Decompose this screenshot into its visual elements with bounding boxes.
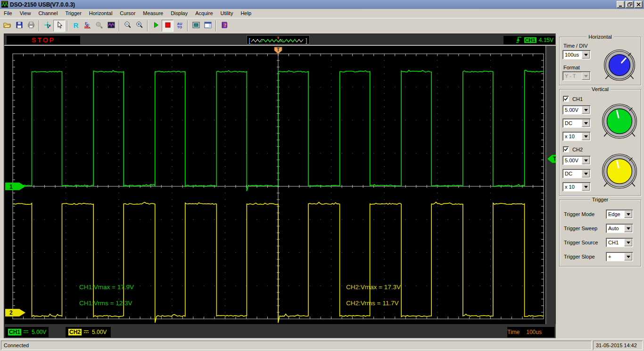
close-button[interactable]	[635, 1, 643, 8]
format-label: Format	[563, 65, 580, 70]
svg-text:2: 2	[9, 309, 13, 316]
svg-text:T: T	[553, 156, 556, 162]
start-button[interactable]	[150, 20, 162, 32]
time-div-select[interactable]: 100us	[562, 50, 591, 59]
ch1-readout: CH1 5.00V	[5, 327, 49, 337]
menu-bar: FileViewChannelTriggerHorizontalCursorMe…	[0, 9, 644, 18]
run-state-text: STOP	[32, 36, 55, 44]
waveform-view-button[interactable]	[105, 20, 117, 32]
time-value: 100us	[526, 329, 542, 335]
svg-text:R: R	[73, 21, 78, 29]
svg-text:TO: TO	[177, 25, 182, 29]
fft-button[interactable]: FF	[82, 20, 93, 32]
ch1-enable-checkbox[interactable]	[563, 96, 569, 102]
dropdown-arrow[interactable]	[582, 157, 590, 164]
vertical-group: Vertical CH1 5.00V DC x 10 CH2 5.00V	[559, 89, 641, 196]
random-acquire-button[interactable]	[93, 20, 105, 32]
svg-text:T: T	[277, 47, 280, 52]
auto-setup-button[interactable]: AUTO	[173, 20, 185, 32]
save-icon	[16, 21, 23, 30]
ch2-volts-select[interactable]: 5.00V	[562, 156, 591, 165]
ch1-position-knob[interactable]	[601, 103, 638, 141]
ch2-probe-select[interactable]: x 10	[562, 182, 591, 192]
refresh-button[interactable]: R	[70, 20, 82, 32]
trigger-mode-select[interactable]: Edge	[606, 209, 633, 219]
trigger-source-label: Trigger Source	[564, 240, 598, 245]
dropdown-arrow[interactable]	[582, 51, 590, 58]
dropdown-arrow[interactable]	[624, 253, 632, 260]
menu-measure[interactable]: Measure	[139, 9, 167, 17]
toolbar-separator	[147, 20, 148, 31]
menu-horizontal[interactable]: Horizontal	[85, 9, 116, 17]
pointer-tool-button[interactable]	[53, 20, 65, 32]
trigger-slope-select[interactable]: +	[606, 252, 633, 261]
trigger-sweep-select[interactable]: Auto	[606, 224, 633, 233]
channel-readout-strip: CH1 5.00V CH2 5.00V Time 100us	[4, 326, 556, 339]
dropdown-arrow[interactable]	[582, 183, 590, 191]
time-label: Time	[507, 329, 520, 335]
app-icon	[1, 1, 8, 8]
ch2-coupling-select[interactable]: DC	[562, 169, 591, 178]
menu-utility[interactable]: Utility	[217, 9, 237, 17]
horizontal-knob[interactable]	[603, 49, 636, 83]
trigger-readout: CH1 4.15V	[504, 36, 555, 44]
trigger-slope-label: Trigger Slope	[564, 254, 595, 259]
fullscreen-icon	[192, 21, 200, 30]
print-button[interactable]	[25, 20, 37, 32]
trigger-group-legend: Trigger	[590, 197, 610, 202]
stop-button[interactable]	[162, 20, 173, 32]
ch1-vmax-measurement: CH1:Vmax = 17.9V	[79, 284, 134, 291]
menu-trigger[interactable]: Trigger	[61, 9, 85, 17]
menu-channel[interactable]: Channel	[34, 9, 61, 17]
ch1-coupling-select[interactable]: DC	[562, 118, 591, 128]
app-window: DSO-2150 USB(V7.0.0.3) FileViewChannelTr…	[0, 0, 644, 351]
trigger-edge-icon	[516, 36, 522, 44]
pointer-icon	[56, 21, 63, 30]
fft-icon: FF	[83, 21, 91, 30]
menu-acquire[interactable]: Acquire	[191, 9, 216, 17]
ch2-vmax-measurement: CH2:Vmax = 17.3V	[346, 284, 401, 291]
help-contents-button[interactable]: ?	[218, 20, 230, 32]
open-file-button[interactable]	[1, 20, 13, 32]
ch2-position-knob[interactable]	[601, 153, 638, 191]
cursor-icon	[44, 21, 51, 30]
dice-icon	[95, 21, 103, 30]
cursor-tool-button[interactable]	[41, 20, 53, 32]
zoom-out-button[interactable]	[122, 20, 133, 32]
dropdown-arrow[interactable]	[582, 133, 590, 140]
svg-text:1: 1	[9, 184, 13, 190]
zoom-in-button[interactable]	[133, 20, 145, 32]
menu-help[interactable]: Help	[237, 9, 255, 17]
dropdown-arrow[interactable]	[624, 239, 632, 246]
svg-text:]: ]	[305, 37, 307, 44]
minimize-button[interactable]	[617, 1, 625, 8]
format-select: Y - T	[562, 71, 591, 81]
vertical-group-legend: Vertical	[590, 86, 611, 92]
toolbar-separator	[215, 20, 216, 31]
dropdown-arrow[interactable]	[624, 225, 632, 232]
menu-cursor[interactable]: Cursor	[116, 9, 139, 17]
menu-display[interactable]: Display	[167, 9, 191, 17]
ch1-volts-select[interactable]: 5.00V	[562, 105, 591, 115]
ch2-enable-checkbox[interactable]	[563, 146, 569, 152]
trigger-source-select[interactable]: CH1	[606, 238, 633, 247]
menu-file[interactable]: File	[0, 9, 16, 17]
dropdown-arrow[interactable]	[582, 106, 590, 114]
ch2-label: CH2	[572, 147, 583, 152]
oscilloscope-display: 12TTCH1:Vmax = 17.9VCH1:Vrms = 12.3VCH2:…	[5, 46, 556, 324]
dropdown-arrow[interactable]	[582, 119, 590, 127]
toolbar-separator	[67, 20, 68, 31]
trigger-position-slider[interactable]: T[]	[247, 35, 310, 44]
save-button[interactable]	[13, 20, 25, 32]
restore-button[interactable]	[626, 1, 634, 8]
dropdown-arrow[interactable]	[582, 170, 590, 177]
zoom-in-icon	[136, 21, 143, 30]
horizontal-group-legend: Horizontal	[586, 34, 614, 40]
dropdown-arrow[interactable]	[624, 210, 632, 218]
full-screen-button[interactable]	[190, 20, 202, 32]
title-bar: DSO-2150 USB(V7.0.0.3)	[0, 0, 644, 9]
svg-text:[: [	[249, 37, 251, 44]
menu-view[interactable]: View	[16, 9, 35, 17]
ch1-probe-select[interactable]: x 10	[562, 132, 591, 141]
window-layout-button[interactable]	[202, 20, 214, 32]
